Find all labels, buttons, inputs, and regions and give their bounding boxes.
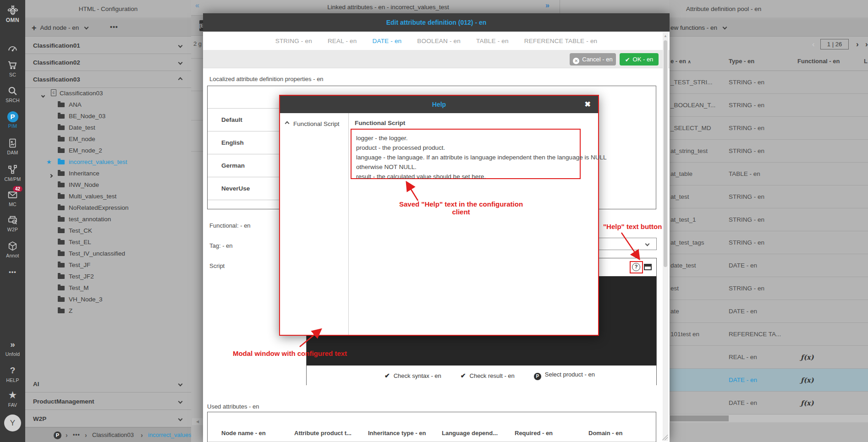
tree-section-classification01[interactable]: Classification01 bbox=[25, 37, 191, 54]
select-product-en-button[interactable]: PSelect product - en bbox=[534, 371, 595, 380]
used-column-5[interactable]: Required - en bbox=[515, 430, 553, 437]
cancel-button[interactable]: ✕Cancel - en bbox=[570, 53, 616, 65]
page-last-icon[interactable]: › bbox=[865, 37, 868, 52]
rail-item-help[interactable]: ?HELP bbox=[0, 365, 25, 383]
pool-table-row[interactable]: _BOOLEAN_T...STRING - en bbox=[669, 94, 868, 117]
pim-breadcrumb-icon[interactable]: P bbox=[54, 431, 61, 439]
tab-string-en[interactable]: STRING - en bbox=[275, 38, 312, 44]
tree-node-inheritance[interactable]: Inheritance bbox=[25, 168, 191, 179]
resize-grip-icon[interactable] bbox=[662, 435, 668, 440]
rail-item-more[interactable]: ••• bbox=[0, 266, 25, 278]
tree-more-button[interactable]: ••• bbox=[110, 19, 118, 37]
tree-section-w2p[interactable]: W2P bbox=[25, 410, 191, 427]
pool-table-row[interactable]: _SELECT_MDSTRING - en bbox=[669, 117, 868, 140]
tree-node-multi_values_test[interactable]: Multi_values_test bbox=[25, 191, 191, 202]
expand-panel-icon[interactable]: » bbox=[545, 1, 549, 10]
breadcrumb-parent[interactable]: Classification03 bbox=[92, 428, 134, 442]
tree-node-inw_node[interactable]: INW_Node bbox=[25, 179, 191, 191]
tree-node-root[interactable]: cClassification03 bbox=[25, 87, 191, 99]
chevron-right-icon[interactable] bbox=[49, 172, 52, 179]
rail-item-srch[interactable]: SRCH bbox=[0, 85, 25, 103]
tree-section-classification02[interactable]: Classification02 bbox=[25, 54, 191, 71]
help-nav-functional-script[interactable]: Functional Script bbox=[286, 120, 340, 127]
used-column-2[interactable]: Attribute product t... bbox=[294, 430, 352, 437]
tree-node-test_jf[interactable]: Test_JF bbox=[25, 259, 191, 271]
modal-vertical-scrollbar[interactable]: ▲ bbox=[663, 32, 668, 441]
tree-section-productmanagement[interactable]: ProductManagement bbox=[25, 393, 191, 410]
tab-table-en[interactable]: TABLE - en bbox=[476, 38, 509, 44]
tree-node-ana[interactable]: ANA bbox=[25, 99, 191, 110]
tree-node-test_iv_unclassified[interactable]: Test_IV_unclassified bbox=[25, 248, 191, 259]
rail-item-pim[interactable]: PPIM bbox=[0, 111, 25, 129]
pool-table-row[interactable]: date_testDATE - en bbox=[669, 254, 868, 277]
column-extra-fragment[interactable]: L bbox=[864, 52, 868, 71]
rail-item-w2p[interactable]: W2P bbox=[0, 214, 25, 232]
tree-section-ai[interactable]: AI bbox=[25, 376, 191, 393]
pool-table-row[interactable]: at_testSTRING - en bbox=[669, 186, 868, 208]
pool-table-row[interactable]: ateDATE - en bbox=[669, 300, 868, 323]
pool-table-row[interactable]: at_string_testSTRING - en bbox=[669, 140, 868, 163]
tree-node-test_jf2[interactable]: Test_JF2 bbox=[25, 271, 191, 282]
used-column-6[interactable]: Domain - en bbox=[588, 430, 622, 437]
tree-node-em_node_2[interactable]: EM_node_2 bbox=[25, 145, 191, 156]
tree-node-z[interactable]: Z bbox=[25, 305, 191, 316]
breadcrumb-ellipsis[interactable]: ••• bbox=[73, 428, 80, 442]
pool-table-row[interactable]: estSTRING - en bbox=[669, 277, 868, 300]
tab-reference-table-en[interactable]: REFERENCE TABLE - en bbox=[524, 38, 598, 44]
used-column-1[interactable]: Node name - en bbox=[221, 430, 266, 437]
script-window-button[interactable] bbox=[644, 264, 652, 270]
user-avatar[interactable]: Y bbox=[4, 415, 21, 431]
rail-item-sc[interactable]: SC bbox=[0, 60, 25, 77]
tree-node-test_el[interactable]: Test_EL bbox=[25, 236, 191, 248]
column-name[interactable]: e - en ∧ bbox=[670, 52, 691, 71]
rail-item-dashboard[interactable] bbox=[0, 43, 25, 55]
rail-item-unfold[interactable]: »Unfold bbox=[0, 339, 25, 357]
rail-item-dam[interactable]: DAM bbox=[0, 137, 25, 155]
collapse-panel-icon[interactable]: « bbox=[195, 1, 199, 10]
tree-node-incorrect_values_test[interactable]: ★incorrect_values_test bbox=[25, 156, 191, 168]
add-node-button[interactable]: +Add node - en bbox=[32, 19, 88, 37]
scrollbar-thumb[interactable] bbox=[664, 40, 667, 267]
pool-table-row[interactable]: at_tableTABLE - en bbox=[669, 163, 868, 186]
check-syntax-en-button[interactable]: ✔Check syntax - en bbox=[385, 372, 441, 379]
check-result-en-button[interactable]: ✔Check result - en bbox=[461, 372, 515, 379]
pool-table-row[interactable]: _TEST_STRI...STRING - en bbox=[669, 71, 868, 94]
tree-node-test_ck[interactable]: Test_CK bbox=[25, 225, 191, 236]
pool-table-row[interactable]: at_test_1STRING - en bbox=[669, 208, 868, 231]
tree-node-test_m[interactable]: Test_M bbox=[25, 282, 191, 294]
help-nav: Functional Script bbox=[280, 113, 349, 335]
tab-real-en[interactable]: REAL - en bbox=[328, 38, 357, 44]
pool-horizontal-scrollbar[interactable] bbox=[669, 415, 868, 422]
column-functional[interactable]: Functional - en bbox=[797, 52, 840, 71]
close-icon[interactable]: ✖ bbox=[585, 96, 591, 113]
used-column-3[interactable]: Inheritance type - en bbox=[368, 430, 426, 437]
tree-node-test_annotation[interactable]: test_annotation bbox=[25, 213, 191, 225]
pool-table-row[interactable]: DATE - enƒ(x) bbox=[669, 369, 868, 392]
used-column-4[interactable]: Language depend... bbox=[442, 430, 498, 437]
horizontal-scrollbar-fragment[interactable]: ◀ bbox=[192, 418, 203, 425]
rail-item-annot[interactable]: Annot bbox=[0, 240, 25, 258]
omn-logo[interactable]: OMN bbox=[0, 5, 25, 23]
tree-section-classification03[interactable]: Classification03 bbox=[25, 71, 191, 88]
rail-item-fav[interactable]: ★FAV bbox=[0, 390, 25, 408]
ok-button[interactable]: ✔OK - en bbox=[620, 53, 659, 65]
column-type[interactable]: Type - en bbox=[729, 52, 754, 71]
tree-node-be_node_03[interactable]: BE_Node_03 bbox=[25, 110, 191, 122]
pool-table-row[interactable]: REAL - enƒ(x) bbox=[669, 346, 868, 369]
pool-functions-menu[interactable]: ew functions - en bbox=[670, 19, 726, 37]
tree-node-date_test[interactable]: Date_test bbox=[25, 122, 191, 133]
tree-node-em_node[interactable]: EM_node bbox=[25, 133, 191, 145]
pool-table-row[interactable]: DATE - enƒ(x) bbox=[669, 392, 868, 415]
tab-date-en[interactable]: DATE - en bbox=[372, 38, 401, 44]
pool-table-row[interactable]: 101test enREFERENCE TA... bbox=[669, 323, 868, 346]
page-next-icon[interactable]: › bbox=[856, 37, 859, 52]
tab-boolean-en[interactable]: BOOLEAN - en bbox=[417, 38, 461, 44]
scroll-up-icon[interactable]: ▲ bbox=[663, 32, 668, 38]
pool-table-row[interactable]: at_test_tagsSTRING - en bbox=[669, 231, 868, 254]
tree-node-vh_node_3[interactable]: VH_Node_3 bbox=[25, 294, 191, 305]
rail-item-mc[interactable]: MC42 bbox=[0, 189, 25, 207]
scrollbar-thumb[interactable] bbox=[670, 415, 729, 421]
rail-item-cmpm[interactable]: CM/PM bbox=[0, 164, 25, 182]
page-prev-icon[interactable]: ‹ bbox=[812, 37, 815, 52]
tree-node-norelatedexpression[interactable]: NoRelatedExpression bbox=[25, 202, 191, 213]
